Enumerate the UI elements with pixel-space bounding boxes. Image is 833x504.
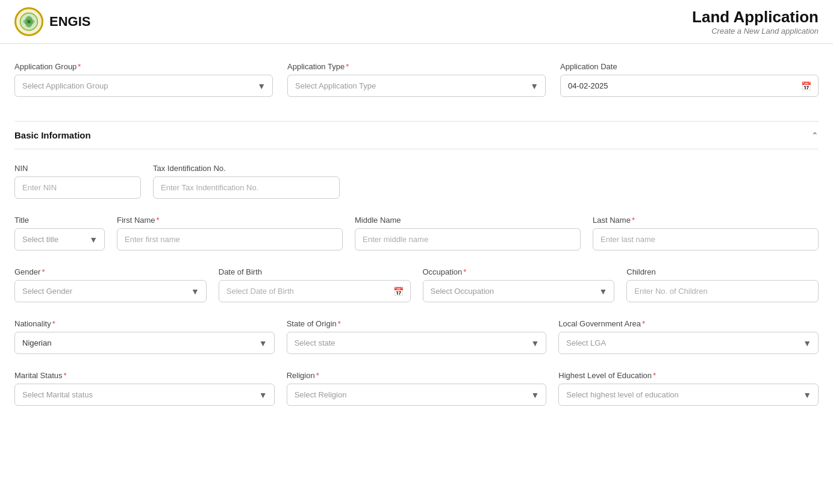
lga-select[interactable]: Select LGA: [558, 332, 819, 354]
occupation-select[interactable]: Select Occupation: [423, 280, 615, 302]
marital-row: Marital Status* Select Marital status ▼ …: [14, 371, 819, 406]
children-input[interactable]: [626, 280, 819, 302]
religion-field: Religion* Select Religion ▼: [287, 371, 547, 406]
application-type-select[interactable]: Select Application Type: [287, 75, 546, 97]
gender-dob-row: Gender* Select Gender ▼ Date of Birth 📅: [14, 267, 819, 302]
required-star-occ: *: [463, 267, 466, 276]
basic-info-section-header: Basic Information ⌃: [14, 121, 819, 149]
first-name-input[interactable]: [117, 228, 343, 250]
first-name-field: First Name*: [117, 216, 343, 250]
education-field: Highest Level of Education* Select highe…: [558, 371, 819, 406]
application-date-label: Application Date: [560, 62, 819, 71]
occupation-select-wrapper: Select Occupation ▼: [423, 280, 615, 302]
gender-field: Gender* Select Gender ▼: [14, 267, 207, 302]
main-content: Application Group* Select Application Gr…: [0, 44, 833, 424]
application-group-field: Application Group* Select Application Gr…: [14, 62, 273, 97]
nin-input[interactable]: [14, 176, 141, 199]
required-star-rel: *: [316, 371, 319, 380]
title-select-wrapper: Select title ▼: [14, 228, 105, 250]
religion-select[interactable]: Select Religion: [287, 384, 547, 406]
marital-status-label: Marital Status*: [14, 371, 275, 380]
basic-info-fields: NIN Tax Identification No. Title Select …: [14, 164, 819, 406]
lga-select-wrapper: Select LGA ▼: [558, 332, 819, 354]
dob-label: Date of Birth: [219, 267, 411, 276]
logo-text: ENGIS: [49, 14, 90, 30]
required-star-edu: *: [653, 371, 656, 380]
application-type-label: Application Type*: [287, 62, 546, 71]
title-label: Title: [14, 216, 105, 225]
religion-select-wrapper: Select Religion ▼: [287, 384, 547, 406]
required-star-g: *: [42, 267, 45, 276]
state-of-origin-field: State of Origin* Select state ▼: [287, 319, 547, 354]
title-field: Title Select title ▼: [14, 216, 105, 250]
marital-status-field: Marital Status* Select Marital status ▼: [14, 371, 275, 406]
religion-label: Religion*: [287, 371, 547, 380]
application-group-select-wrapper: Select Application Group ▼: [14, 75, 273, 97]
state-select[interactable]: Select state: [287, 332, 547, 354]
nationality-row: Nationality* Nigerian ▼ State of Origin*…: [14, 319, 819, 354]
nin-tax-row: NIN Tax Identification No.: [14, 164, 819, 199]
lga-field: Local Government Area* Select LGA ▼: [558, 319, 819, 354]
header-title-area: Land Application Create a New Land appli…: [692, 8, 819, 36]
state-of-origin-label: State of Origin*: [287, 319, 547, 328]
state-select-wrapper: Select state ▼: [287, 332, 547, 354]
children-label: Children: [626, 267, 819, 276]
required-star-state: *: [338, 319, 341, 328]
gender-select[interactable]: Select Gender: [14, 280, 207, 302]
education-label: Highest Level of Education*: [558, 371, 819, 380]
required-star: *: [78, 62, 81, 71]
application-date-wrapper: 📅: [560, 75, 819, 97]
name-row: Title Select title ▼ First Name* Middle …: [14, 216, 819, 250]
last-name-label: Last Name*: [593, 216, 819, 225]
dob-input[interactable]: [219, 280, 411, 302]
required-star-nat: *: [52, 319, 55, 328]
application-date-field: Application Date 📅: [560, 62, 819, 97]
page-title: Land Application: [692, 8, 819, 26]
education-select[interactable]: Select highest level of education: [558, 384, 819, 406]
last-name-field: Last Name*: [593, 216, 819, 250]
marital-select-wrapper: Select Marital status ▼: [14, 384, 275, 406]
application-date-input[interactable]: [560, 75, 819, 97]
middle-name-input[interactable]: [355, 228, 581, 250]
required-star-fn: *: [157, 216, 160, 225]
first-name-label: First Name*: [117, 216, 343, 225]
page-header: ENGIS Land Application Create a New Land…: [0, 0, 833, 44]
svg-point-3: [28, 20, 31, 23]
application-group-select[interactable]: Select Application Group: [14, 75, 273, 97]
logo-area: ENGIS: [14, 7, 90, 36]
education-select-wrapper: Select highest level of education ▼: [558, 384, 819, 406]
occupation-label: Occupation*: [423, 267, 615, 276]
basic-info-title: Basic Information: [14, 130, 91, 140]
lga-label: Local Government Area*: [558, 319, 819, 328]
nationality-label: Nationality*: [14, 319, 275, 328]
nin-field: NIN: [14, 164, 141, 199]
required-star-2: *: [346, 62, 349, 71]
required-star-ln: *: [632, 216, 635, 225]
required-star-lga: *: [642, 319, 645, 328]
logo-icon: [14, 7, 43, 36]
nationality-select[interactable]: Nigerian: [14, 332, 275, 354]
application-group-label: Application Group*: [14, 62, 273, 71]
marital-select[interactable]: Select Marital status: [14, 384, 275, 406]
middle-name-field: Middle Name: [355, 216, 581, 250]
occupation-field: Occupation* Select Occupation ▼: [423, 267, 615, 302]
gender-select-wrapper: Select Gender ▼: [14, 280, 207, 302]
collapse-icon[interactable]: ⌃: [811, 131, 819, 140]
last-name-input[interactable]: [593, 228, 819, 250]
nationality-field: Nationality* Nigerian ▼: [14, 319, 275, 354]
tax-id-field: Tax Identification No.: [153, 164, 340, 199]
tax-id-input[interactable]: [153, 176, 340, 199]
title-select[interactable]: Select title: [14, 228, 105, 250]
children-field: Children: [626, 267, 819, 302]
nin-label: NIN: [14, 164, 141, 173]
middle-name-label: Middle Name: [355, 216, 581, 225]
page-subtitle: Create a New Land application: [692, 26, 819, 36]
top-form-row: Application Group* Select Application Gr…: [14, 62, 819, 97]
application-type-field: Application Type* Select Application Typ…: [287, 62, 546, 97]
dob-field: Date of Birth 📅: [219, 267, 411, 302]
required-star-ms: *: [63, 371, 66, 380]
tax-id-label: Tax Identification No.: [153, 164, 340, 173]
gender-label: Gender*: [14, 267, 207, 276]
nationality-select-wrapper: Nigerian ▼: [14, 332, 275, 354]
dob-wrapper: 📅: [219, 280, 411, 302]
